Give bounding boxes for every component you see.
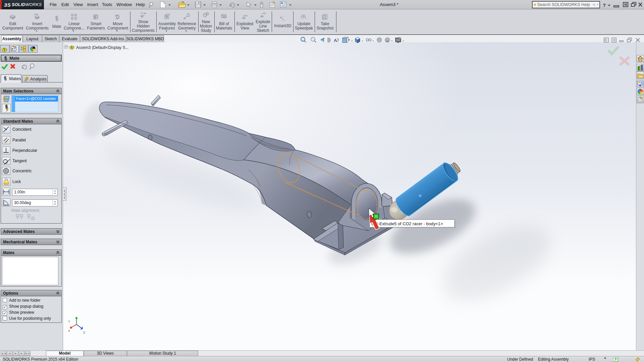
svg-text:Cut-Extrude5 of CO2 racer - bo: Cut-Extrude5 of CO2 racer - body<1>: [371, 221, 443, 226]
svg-text:Assem3 (Default<Display S...: Assem3 (Default<Display S...: [76, 45, 128, 50]
svg-text:Z: Z: [83, 331, 85, 334]
svg-text:X: X: [68, 329, 70, 333]
svg-text:A: A: [334, 38, 337, 43]
svg-text:Y: Y: [68, 320, 70, 323]
svg-text:?: ?: [614, 357, 617, 361]
svg-text:?: ?: [534, 4, 535, 6]
